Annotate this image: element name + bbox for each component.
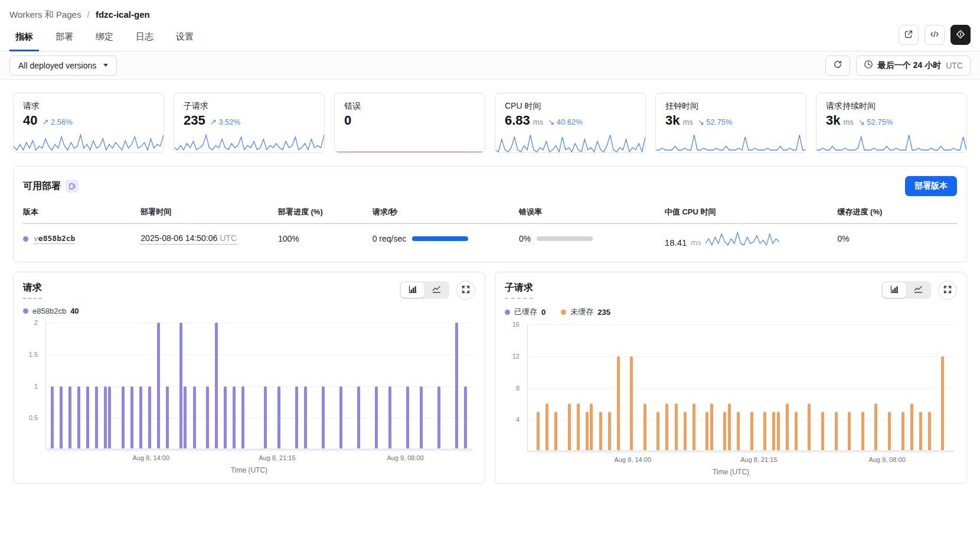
x-axis-caption: Time (UTC) [505,468,957,476]
x-axis-caption: Time (UTC) [23,466,475,474]
tab-settings[interactable]: 设置 [170,24,200,51]
breadcrumb-parent[interactable]: Workers 和 Pages [9,9,81,19]
chart-bar [586,412,589,451]
y-tick-label: 1 [34,383,38,390]
expand-chart-button[interactable] [456,281,475,300]
expand-icon [943,285,952,295]
chart-bar [941,356,944,451]
plot-area [45,323,473,450]
chart-bar [710,403,713,451]
chart-bar [786,403,789,451]
legend-item-uncached[interactable]: 未缓存 235 [561,307,610,317]
metric-label: CPU 时间 [505,101,636,112]
median-cpu-value: 18.41 [665,237,687,248]
metric-card-request-duration: 请求持续时间 3k ms ↘ 52.75% [816,93,967,153]
metric-label: 请求持续时间 [826,101,957,112]
gridline [528,324,955,325]
chart-bar [464,386,467,450]
chart-bar [675,403,678,451]
deployed-versions-dropdown[interactable]: All deployed versions [9,56,117,76]
metric-cards-row: 请求 40 ↗ 2.56% 子请求 235 ↗ 3.52% 错误 0 CPU 时… [13,93,967,153]
chart-legend: 已缓存 0 未缓存 235 [505,307,957,317]
col-req-per-sec: 请求/秒 [373,207,519,217]
req-per-sec-meter [412,236,468,241]
chart-bar [821,412,824,451]
time-range-button[interactable]: 最后一个 24 小时 UTC [856,56,971,76]
chart-bar [692,403,695,451]
deployed-versions-label: All deployed versions [18,61,96,70]
chart-bar [656,412,659,451]
chart-bar [68,386,71,450]
version-link[interactable]: ve858b2cb [34,234,75,244]
legend-item[interactable]: e858b2cb 40 [23,307,79,315]
code-button[interactable] [925,25,945,45]
filter-toolbar: All deployed versions 最后一个 24 小时 UTC [0,51,980,80]
bar-view-button[interactable] [401,282,424,298]
line-view-button[interactable] [906,282,930,298]
metric-card-cpu-time: CPU 时间 6.83 ms ↘ 40.62% [495,93,646,153]
col-median-cpu: 中值 CPU 时间 [665,207,838,217]
chart-bar [104,386,107,450]
deployments-title: 可用部署 [23,180,61,193]
chart-bar [537,412,540,451]
chart-bar [130,386,133,450]
chart-bar [643,403,646,451]
tab-deployments[interactable]: 部署 [50,24,79,51]
tab-logs[interactable]: 日志 [130,24,159,51]
deploy-version-button[interactable]: 部署版本 [905,176,957,196]
tab-metrics[interactable]: 指标 [9,24,39,51]
line-view-button[interactable] [424,282,448,298]
chart-bar [215,323,218,450]
gridline [528,388,955,389]
col-deploy-time: 部署时间 [141,207,278,217]
metric-unit: ms [533,118,543,126]
open-external-button[interactable] [899,25,919,45]
metric-value: 0 [344,113,351,128]
chart-bar [910,403,913,451]
chart-bar [750,412,753,451]
chart-bar [295,386,298,450]
sparkline [816,132,966,153]
deployments-badge-icon[interactable] [66,180,79,193]
refresh-button[interactable] [825,56,850,76]
median-cpu-unit: ms [691,238,701,248]
x-tick-label: Aug 9, 08:00 [868,456,905,463]
breadcrumb: Workers 和 Pages / fdzc-ical-gen [0,0,980,21]
chart-bar [264,386,267,450]
chart-bar [241,386,244,450]
y-tick-label: 12 [512,353,520,360]
chart-bar [157,323,160,450]
median-cpu-sparkline [705,230,779,248]
chart-bar [772,412,775,451]
timezone-label: UTC [946,61,963,70]
col-error-rate: 错误率 [519,207,665,217]
workers-logo-icon [956,30,965,41]
workers-logo-button[interactable] [950,25,971,45]
metric-label: 挂钟时间 [665,101,796,112]
x-tick-label: Aug 8, 14:00 [615,456,651,463]
chart-bar [888,412,891,451]
legend-item-cached[interactable]: 已缓存 0 [505,307,545,317]
legend-dot [23,308,28,314]
trend-value: 52.75% [706,118,732,126]
bar-view-button[interactable] [883,282,906,298]
subrequests-chart-panel: 子请求 [495,272,967,484]
chart-bar [590,403,593,451]
requests-chart-panel: 请求 [13,272,485,484]
deploy-timestamp[interactable]: 2025-08-06 14:50:06 UTC [141,233,237,245]
y-tick-label: 2 [34,319,38,326]
tab-bindings[interactable]: 绑定 [90,24,119,51]
trend-value: 2.56% [51,118,73,126]
chart-bar [437,386,440,450]
breadcrumb-current: fdzc-ical-gen [96,9,150,19]
chart-bar [568,403,571,451]
chart-bar [357,386,360,450]
subrequests-chart: 161284 [505,324,957,451]
expand-chart-button[interactable] [938,281,957,300]
x-tick-label: Aug 8, 21:15 [740,456,777,463]
chart-bar [545,403,548,451]
chart-bar [179,323,182,450]
sparkline [335,132,485,153]
metric-card-requests: 请求 40 ↗ 2.56% [13,93,164,153]
trend-value: 40.62% [557,118,583,126]
